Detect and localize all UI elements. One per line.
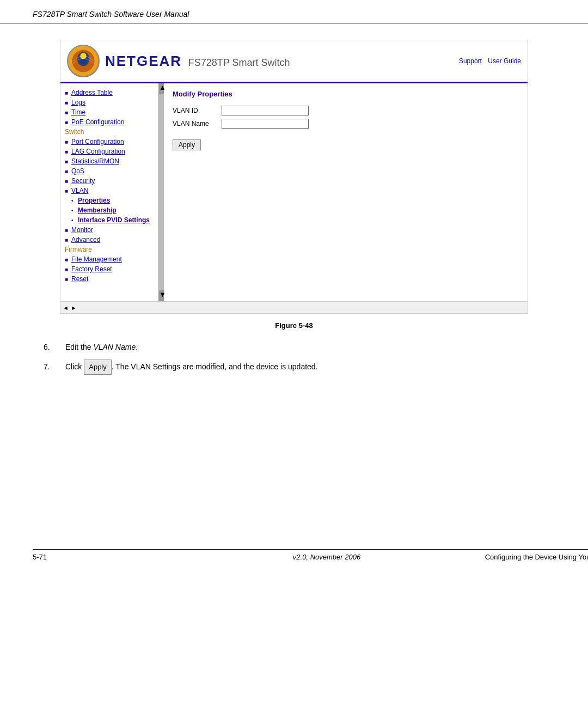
sidebar-container: ■ Address Table ■ Logs ■ Time ■ PoE Conf… [60, 83, 164, 301]
sidebar-item-membership[interactable]: • Membership [60, 205, 158, 215]
sidebar-item-address-table[interactable]: ■ Address Table [60, 88, 158, 98]
sidebar-item-logs[interactable]: ■ Logs [60, 98, 158, 107]
sidebar-item-factory-reset[interactable]: ■ Factory Reset [60, 264, 158, 274]
step-6-text: Edit the VLAN Name. [65, 340, 138, 354]
sidebar-item-file-management[interactable]: ■ File Management [60, 254, 158, 264]
sidebar-section-firmware: Firmware [60, 245, 158, 254]
device-content: ■ Address Table ■ Logs ■ Time ■ PoE Conf… [60, 83, 528, 301]
step-7-text: Click Apply. The VLAN Settings are modif… [65, 360, 318, 374]
device-header: NETGEAR FS728TP Smart Switch Support Use… [60, 40, 528, 83]
sidebar-item-monitor[interactable]: ■ Monitor [60, 225, 158, 235]
header-links: Support User Guide [455, 57, 521, 65]
logo-area: NETGEAR FS728TP Smart Switch [67, 45, 290, 77]
footer-center: v2.0, November 2006 [293, 553, 360, 561]
sidebar-item-qos[interactable]: ■ QoS [60, 166, 158, 176]
page-body: NETGEAR FS728TP Smart Switch Support Use… [0, 23, 588, 391]
step-7-num: 7. [44, 360, 57, 374]
vlan-id-input[interactable] [222, 106, 309, 115]
sidebar-item-reset[interactable]: ■ Reset [60, 274, 158, 284]
scrollbar-up-arrow[interactable]: ▲ [159, 83, 164, 94]
sidebar-item-time[interactable]: ■ Time [60, 107, 158, 117]
sidebar-item-vlan[interactable]: ■ VLAN [60, 186, 158, 196]
main-panel: Modify Properties VLAN ID VLAN Name Appl… [164, 83, 528, 301]
support-link[interactable]: Support [459, 57, 482, 65]
figure-caption: Figure 5-48 [33, 321, 555, 330]
sidebar-item-poe[interactable]: ■ PoE Configuration [60, 117, 158, 127]
manual-title: FS728TP Smart Switch Software User Manua… [33, 10, 189, 19]
sidebar-item-stats[interactable]: ■ Statistics/RMON [60, 156, 158, 166]
sidebar-item-properties[interactable]: • Properties [60, 196, 158, 205]
nav-forward-btn[interactable]: ► [71, 305, 77, 311]
vlan-name-input[interactable] [222, 119, 309, 129]
brand-name: NETGEAR FS728TP Smart Switch [105, 53, 290, 70]
vlan-name-row: VLAN Name [173, 119, 519, 129]
netgear-logo [67, 45, 100, 77]
vlan-id-row: VLAN ID [173, 106, 519, 115]
sidebar-scrollbar[interactable]: ▲ ▼ [158, 83, 164, 301]
footer-left: 5-71 [33, 553, 47, 561]
sidebar-section-switch: Switch [60, 127, 158, 137]
instruction-step-7: 7. Click Apply. The VLAN Settings are mo… [44, 360, 555, 374]
sidebar-item-pvid[interactable]: • Interface PVID Settings [60, 215, 158, 225]
apply-inline-button[interactable]: Apply [84, 360, 112, 374]
sidebar-item-security[interactable]: ■ Security [60, 176, 158, 186]
vlan-id-label: VLAN ID [173, 107, 222, 114]
apply-button[interactable]: Apply [173, 139, 201, 150]
step-6-num: 6. [44, 340, 57, 354]
footer-right: Configuring the Device Using Your Browse… [485, 553, 588, 561]
browser-frame: NETGEAR FS728TP Smart Switch Support Use… [60, 40, 528, 314]
panel-title: Modify Properties [173, 90, 519, 98]
page-footer: 5-71 v2.0, November 2006 Configuring the… [33, 549, 588, 561]
scrollbar-track[interactable] [159, 94, 164, 290]
svg-rect-4 [80, 59, 86, 64]
sidebar-item-advanced[interactable]: ■ Advanced [60, 235, 158, 245]
sidebar-item-port-config[interactable]: ■ Port Configuration [60, 137, 158, 147]
browser-bottom-bar: ◄ ► [60, 301, 528, 313]
page-header: FS728TP Smart Switch Software User Manua… [0, 0, 588, 23]
scrollbar-down-arrow[interactable]: ▼ [159, 290, 164, 301]
sidebar-item-lag[interactable]: ■ LAG Configuration [60, 147, 158, 156]
user-guide-link[interactable]: User Guide [488, 57, 521, 65]
sidebar: ■ Address Table ■ Logs ■ Time ■ PoE Conf… [60, 83, 158, 301]
instructions: 6. Edit the VLAN Name. 7. Click Apply. T… [44, 340, 555, 375]
apply-row: Apply [173, 134, 519, 150]
vlan-name-italic: VLAN Name [93, 343, 136, 351]
nav-back-btn[interactable]: ◄ [63, 305, 69, 311]
vlan-name-label: VLAN Name [173, 120, 222, 127]
instruction-step-6: 6. Edit the VLAN Name. [44, 340, 555, 354]
